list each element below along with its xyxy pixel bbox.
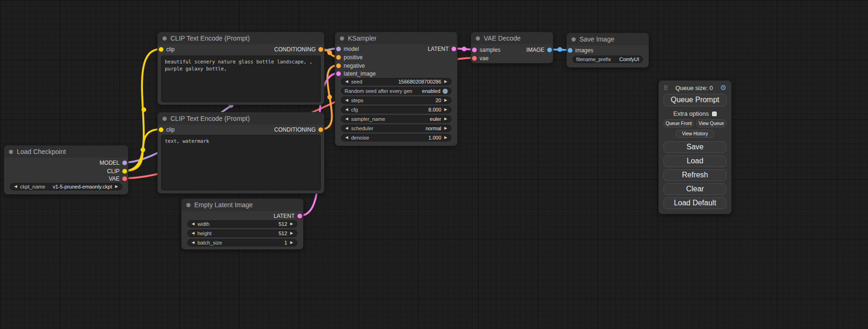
- wire-midpoint-dot: [141, 107, 146, 112]
- conditioning-output-port[interactable]: [318, 47, 323, 52]
- random-seed-toggle-widget[interactable]: Random seed after every gen enabled: [341, 87, 452, 95]
- positive-input-port[interactable]: [336, 55, 341, 60]
- input-slot-negative: negative: [336, 63, 365, 69]
- input-slot-vae: vae: [472, 55, 488, 62]
- input-slot-samples: samples: [472, 47, 501, 53]
- node-title-bar[interactable]: Empty Latent Image: [182, 199, 303, 211]
- vae-input-port[interactable]: [472, 56, 477, 61]
- left-arrow-icon[interactable]: ◀: [345, 117, 349, 121]
- output-slot-vae: VAE: [109, 175, 127, 182]
- input-slot-clip: clip: [159, 46, 175, 53]
- wire-midpoint-dot: [462, 47, 466, 51]
- output-slot-clip: CLIP: [107, 168, 127, 175]
- input-slot-images: images: [568, 47, 593, 54]
- right-arrow-icon[interactable]: ▶: [444, 126, 448, 130]
- scheduler-widget[interactable]: ◀ scheduler normal ▶: [341, 125, 452, 132]
- collapse-dot-icon[interactable]: [476, 36, 480, 41]
- extra-options-checkbox[interactable]: [712, 112, 717, 116]
- left-arrow-icon[interactable]: ◀: [191, 231, 195, 235]
- input-slot-model: model: [336, 46, 359, 52]
- seed-widget[interactable]: ◀ seed 156680208700286 ▶: [341, 78, 452, 85]
- node-title-bar[interactable]: KSampler: [335, 32, 457, 44]
- refresh-button[interactable]: Refresh: [663, 169, 727, 181]
- save-button[interactable]: Save: [663, 141, 727, 153]
- queue-panel: ⠿ Queue size: 0 ⚙ Queue Prompt Extra opt…: [658, 80, 732, 214]
- latent-output-port[interactable]: [297, 214, 302, 218]
- right-arrow-icon[interactable]: ▶: [444, 117, 448, 121]
- conditioning-output-port[interactable]: [318, 127, 323, 132]
- drag-handle-icon[interactable]: ⠿: [663, 84, 668, 91]
- cfg-widget[interactable]: ◀ cfg 8.000 ▶: [341, 106, 452, 113]
- collapse-dot-icon[interactable]: [340, 36, 344, 41]
- denoise-widget[interactable]: ◀ denoise 1.000 ▶: [341, 134, 452, 141]
- model-input-port[interactable]: [336, 47, 341, 51]
- input-slot-latent-image: latent_image: [336, 70, 376, 77]
- ckpt-name-widget[interactable]: ◀ ckpt_name v1-5-pruned-emaonly.ckpt ▶: [10, 183, 122, 190]
- left-arrow-icon[interactable]: ◀: [345, 98, 349, 102]
- clip-output-port[interactable]: [122, 169, 127, 174]
- node-clip-text-encode-positive[interactable]: CLIP Text Encode (Prompt) clip CONDITION…: [157, 32, 325, 105]
- node-title-bar[interactable]: Save Image: [567, 33, 649, 45]
- image-output-port[interactable]: [547, 48, 552, 52]
- right-arrow-icon[interactable]: ▶: [444, 108, 448, 112]
- node-title-bar[interactable]: Load Checkpoint: [4, 146, 128, 158]
- left-arrow-icon[interactable]: ◀: [14, 185, 18, 189]
- node-save-image[interactable]: Save Image images filename_prefix ComfyU…: [566, 33, 649, 68]
- left-arrow-icon[interactable]: ◀: [345, 136, 349, 140]
- left-arrow-icon[interactable]: ◀: [345, 80, 349, 84]
- clip-input-port[interactable]: [159, 47, 163, 52]
- collapse-dot-icon[interactable]: [186, 203, 191, 207]
- queue-prompt-button[interactable]: Queue Prompt: [663, 94, 727, 106]
- queue-front-button[interactable]: Queue Front: [663, 119, 694, 127]
- node-empty-latent-image[interactable]: Empty Latent Image LATENT ◀ width 512 ▶ …: [181, 198, 303, 250]
- node-ksampler[interactable]: KSampler model LATENT positive negative …: [335, 32, 458, 146]
- settings-gear-icon[interactable]: ⚙: [720, 84, 727, 92]
- clear-button[interactable]: Clear: [663, 183, 727, 195]
- vae-output-port[interactable]: [122, 176, 127, 181]
- right-arrow-icon[interactable]: ▶: [289, 231, 294, 235]
- right-arrow-icon[interactable]: ▶: [444, 80, 448, 84]
- node-title-bar[interactable]: VAE Decode: [471, 32, 553, 44]
- right-arrow-icon[interactable]: ▶: [444, 98, 448, 102]
- collapse-dot-icon[interactable]: [162, 117, 167, 121]
- toggle-dot-icon[interactable]: [443, 89, 448, 94]
- node-vae-decode[interactable]: VAE Decode samples IMAGE vae: [471, 32, 553, 63]
- right-arrow-icon[interactable]: ▶: [289, 241, 294, 245]
- model-output-port[interactable]: [122, 161, 127, 165]
- batch-size-widget[interactable]: ◀ batch_size 1 ▶: [187, 239, 297, 246]
- latent-output-port[interactable]: [452, 47, 456, 51]
- right-arrow-icon[interactable]: ▶: [289, 222, 294, 226]
- node-clip-text-encode-negative[interactable]: CLIP Text Encode (Prompt) clip CONDITION…: [157, 112, 325, 194]
- height-widget[interactable]: ◀ height 512 ▶: [187, 230, 297, 237]
- left-arrow-icon[interactable]: ◀: [345, 108, 349, 112]
- load-button[interactable]: Load: [663, 155, 727, 167]
- negative-input-port[interactable]: [336, 63, 341, 68]
- samples-input-port[interactable]: [472, 48, 477, 52]
- load-default-button[interactable]: Load Default: [663, 197, 727, 209]
- node-title-bar[interactable]: CLIP Text Encode (Prompt): [158, 112, 324, 125]
- node-title-bar[interactable]: CLIP Text Encode (Prompt): [158, 32, 324, 44]
- view-queue-button[interactable]: View Queue: [696, 119, 727, 127]
- right-arrow-icon[interactable]: ▶: [114, 185, 119, 189]
- positive-prompt-textarea[interactable]: beautiful scenery nature glass bottle la…: [161, 56, 321, 102]
- filename-prefix-widget[interactable]: filename_prefix ComfyUI: [572, 56, 643, 63]
- output-slot-latent: LATENT: [274, 213, 302, 219]
- view-history-button[interactable]: View History: [676, 130, 715, 138]
- wire-midpoint-dot: [327, 95, 332, 99]
- collapse-dot-icon[interactable]: [162, 36, 167, 41]
- left-arrow-icon[interactable]: ◀: [345, 126, 349, 130]
- width-widget[interactable]: ◀ width 512 ▶: [187, 220, 297, 228]
- steps-widget[interactable]: ◀ steps 20 ▶: [341, 97, 452, 104]
- clip-input-port[interactable]: [159, 127, 163, 132]
- latent-image-input-port[interactable]: [336, 71, 341, 76]
- collapse-dot-icon[interactable]: [572, 37, 576, 42]
- output-slot-conditioning: CONDITIONING: [274, 46, 323, 53]
- negative-prompt-textarea[interactable]: text, watermark: [161, 135, 321, 190]
- sampler-name-widget[interactable]: ◀ sampler_name euler ▶: [341, 115, 452, 123]
- right-arrow-icon[interactable]: ▶: [444, 136, 448, 140]
- collapse-dot-icon[interactable]: [9, 150, 13, 154]
- node-load-checkpoint[interactable]: Load Checkpoint MODEL CLIP VAE ◀ ckpt_na…: [4, 145, 128, 195]
- images-input-port[interactable]: [568, 48, 572, 53]
- left-arrow-icon[interactable]: ◀: [191, 241, 195, 245]
- left-arrow-icon[interactable]: ◀: [191, 222, 195, 226]
